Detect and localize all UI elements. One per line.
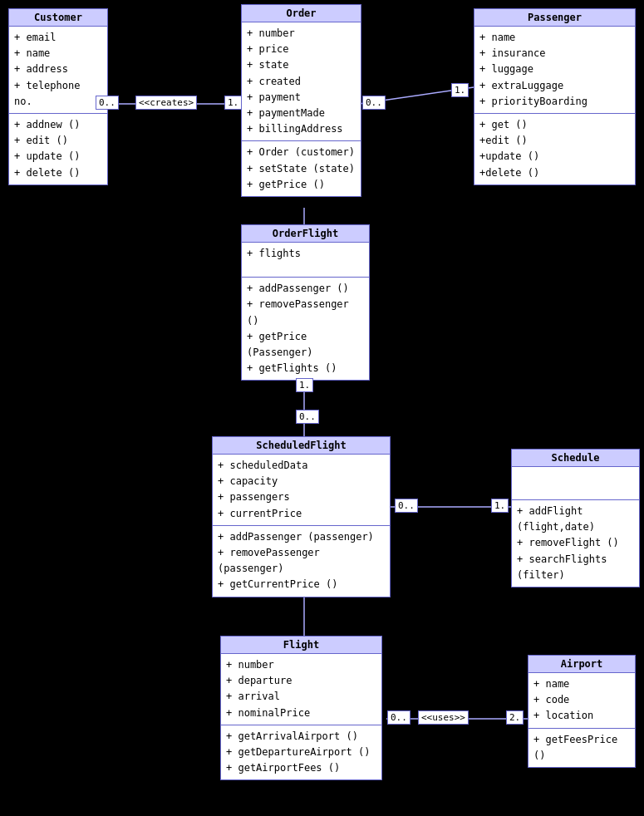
- flight-methods: + getArrivalAirport () + getDepartureAir…: [221, 725, 381, 780]
- passenger-method-2: +edit (): [479, 133, 630, 149]
- passenger-method-1: + get (): [479, 117, 630, 133]
- customer-attr-4: + telephone no.: [14, 78, 102, 110]
- passenger-attr-2: + insurance: [479, 46, 630, 61]
- airport-attributes: + name + code + location: [528, 673, 635, 729]
- flight-attributes: + number + departure + arrival + nominal…: [221, 654, 381, 725]
- customer-attributes: + email + name + address + telephone no.: [9, 27, 107, 114]
- orderflight-mult-top: 1.: [296, 378, 313, 392]
- schedule-title: Schedule: [512, 450, 639, 467]
- scheduledflight-title: ScheduledFlight: [213, 437, 390, 455]
- customer-attr-2: + name: [14, 46, 102, 61]
- order-attr-2: + price: [247, 42, 356, 57]
- orderflight-methods: + addPassenger () + removePassenger () +…: [242, 278, 369, 380]
- customer-method-1: + addnew (): [14, 117, 102, 133]
- order-title: Order: [242, 5, 361, 22]
- customer-attr-3: + address: [14, 61, 102, 77]
- orderflight-method-4: + getFlights (): [247, 361, 364, 376]
- flight-airport-left: 0..: [387, 710, 410, 725]
- flight-method-3: + getAirportFees (): [226, 760, 376, 776]
- customer-class: Customer + email + name + address + tele…: [8, 8, 108, 185]
- scheduledflight-class: ScheduledFlight + scheduledData + capaci…: [212, 436, 391, 597]
- schedule-method-2: + removeFlight (): [517, 535, 634, 551]
- flight-method-1: + getArrivalAirport (): [226, 729, 376, 745]
- sf-schedule-left: 0..: [395, 499, 418, 513]
- orderflight-attr-1: + flights: [247, 246, 364, 262]
- flight-attr-2: + departure: [226, 673, 376, 689]
- sf-method-1: + addPassenger (passenger): [218, 529, 385, 545]
- schedule-class: Schedule + addFlight (flight,date) + rem…: [511, 449, 640, 587]
- sf-method-2: + removePassenger (passenger): [218, 545, 385, 577]
- sf-attr-4: + currentPrice: [218, 506, 385, 522]
- order-methods: + Order (customer) + setState (state) + …: [242, 141, 361, 196]
- order-attr-5: + payment: [247, 90, 356, 106]
- orderflight-class: OrderFlight + flights + addPassenger () …: [241, 224, 370, 381]
- order-method-1: + Order (customer): [247, 145, 356, 160]
- airport-attr-2: + code: [533, 692, 630, 708]
- passenger-methods: + get () +edit () +update () +delete (): [474, 114, 635, 184]
- airport-methods: + getFeesPrice (): [528, 729, 635, 767]
- order-attributes: + number + price + state + created + pay…: [242, 22, 361, 141]
- flight-title: Flight: [221, 637, 381, 654]
- order-attr-6: + paymentMade: [247, 106, 356, 121]
- passenger-attr-4: + extraLuggage: [479, 78, 630, 94]
- passenger-method-4: +delete (): [479, 165, 630, 181]
- customer-order-label-middle: <<creates>: [135, 96, 197, 110]
- passenger-attr-1: + name: [479, 30, 630, 46]
- sf-method-3: + getCurrentPrice (): [218, 577, 385, 592]
- scheduledflight-methods: + addPassenger (passenger) + removePasse…: [213, 526, 390, 597]
- airport-attr-1: + name: [533, 676, 630, 692]
- flight-attr-1: + number: [226, 657, 376, 673]
- passenger-attributes: + name + insurance + luggage + extraLugg…: [474, 27, 635, 114]
- passenger-attr-3: + luggage: [479, 61, 630, 77]
- order-attr-4: + created: [247, 74, 356, 90]
- orderflight-attributes: + flights: [242, 243, 369, 278]
- sf-mult-top: 0..: [296, 410, 319, 424]
- customer-methods: + addnew () + edit () + update () + dele…: [9, 114, 107, 184]
- airport-title: Airport: [528, 656, 635, 673]
- passenger-method-3: +update (): [479, 149, 630, 165]
- order-passenger-label-left: 0..: [362, 96, 386, 110]
- flight-class: Flight + number + departure + arrival + …: [220, 636, 382, 780]
- flight-attr-4: + nominalPrice: [226, 705, 376, 721]
- airport-method-1: + getFeesPrice (): [533, 732, 630, 764]
- schedule-attributes: [512, 467, 639, 500]
- order-attr-7: + billingAddress: [247, 121, 356, 137]
- customer-method-4: + delete (): [14, 165, 102, 181]
- orderflight-method-1: + addPassenger (): [247, 281, 364, 297]
- order-passenger-label-right: 1.: [451, 83, 469, 97]
- scheduledflight-attributes: + scheduledData + capacity + passengers …: [213, 455, 390, 526]
- flight-method-2: + getDepartureAirport (): [226, 745, 376, 760]
- flight-airport-middle: <<uses>>: [418, 710, 469, 725]
- passenger-title: Passenger: [474, 9, 635, 27]
- sf-attr-3: + passengers: [218, 489, 385, 505]
- passenger-class: Passenger + name + insurance + luggage +…: [474, 8, 636, 185]
- order-method-2: + setState (state): [247, 161, 356, 177]
- airport-class: Airport + name + code + location + getFe…: [528, 655, 636, 768]
- sf-schedule-right: 1.: [491, 499, 509, 513]
- customer-attr-1: + email: [14, 30, 102, 46]
- customer-title: Customer: [9, 9, 107, 27]
- customer-method-3: + update (): [14, 149, 102, 165]
- schedule-method-1: + addFlight (flight,date): [517, 504, 634, 535]
- order-attr-3: + state: [247, 57, 356, 73]
- orderflight-title: OrderFlight: [242, 225, 369, 243]
- order-class: Order + number + price + state + created…: [241, 4, 361, 197]
- customer-order-label-right: 1.: [224, 96, 242, 110]
- airport-attr-3: + location: [533, 708, 630, 724]
- flight-attr-3: + arrival: [226, 689, 376, 705]
- orderflight-method-2: + removePassenger (): [247, 297, 364, 328]
- passenger-attr-5: + priorityBoarding: [479, 94, 630, 110]
- sf-attr-1: + scheduledData: [218, 458, 385, 474]
- customer-method-2: + edit (): [14, 133, 102, 149]
- sf-attr-2: + capacity: [218, 474, 385, 489]
- schedule-methods: + addFlight (flight,date) + removeFlight…: [512, 500, 639, 587]
- order-method-3: + getPrice (): [247, 177, 356, 193]
- order-attr-1: + number: [247, 26, 356, 42]
- orderflight-method-3: + getPrice (Passenger): [247, 329, 364, 361]
- flight-airport-right: 2.: [506, 710, 524, 725]
- customer-order-label-left: 0..: [96, 96, 119, 110]
- schedule-method-3: + searchFlights (filter): [517, 552, 634, 583]
